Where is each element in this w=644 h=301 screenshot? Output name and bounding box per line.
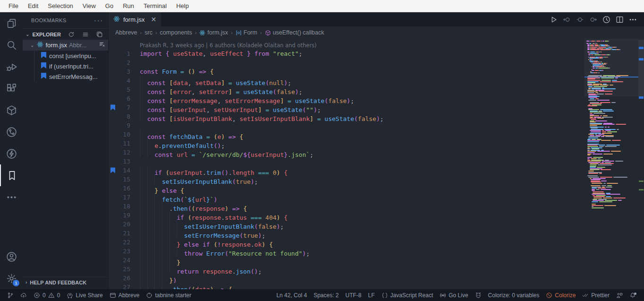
activitybar-more-ellipsis-icon[interactable] [0, 186, 23, 208]
breadcrumb-item[interactable]: components [160, 29, 192, 36]
status-indentation[interactable]: Spaces: 2 [310, 289, 342, 301]
breadcrumb-item[interactable]: src [144, 29, 153, 36]
overview-ruler-scrollbar[interactable] [638, 39, 644, 289]
line-number: 17 [117, 193, 130, 202]
status-workspace[interactable]: Abbreve [106, 289, 143, 301]
code-line[interactable]: 17fetch(`${url}`) [109, 193, 585, 202]
breadcrumb-item[interactable]: form.jsx [199, 29, 228, 36]
status-feedback[interactable] [613, 289, 626, 301]
code-line[interactable]: 23throw Error("Resource not found"); [109, 247, 585, 256]
activitybar-package-box-icon[interactable] [0, 99, 23, 121]
menu-terminal[interactable]: Terminal [139, 1, 171, 11]
code-line[interactable]: 22} else if (!response.ok) { [109, 238, 585, 247]
code-line[interactable]: 16} else { [109, 184, 585, 193]
code-line[interactable]: 3const Form = () => { [109, 67, 585, 76]
gutter [109, 148, 117, 157]
code-line[interactable]: 24} [109, 256, 585, 265]
code-line[interactable]: 15setIsUserInputBlank(true); [109, 175, 585, 184]
nav-circle-icon[interactable] [574, 14, 585, 25]
more-actions-icon[interactable] [627, 14, 638, 25]
activitybar-extensions-icon[interactable] [0, 77, 23, 99]
activitybar-explorer-files-icon[interactable] [0, 12, 23, 34]
code-line[interactable]: 18.then((response) => { [109, 202, 585, 211]
code-line[interactable]: 12const url = `/server/db/${userInput}.j… [109, 148, 585, 157]
minimap-viewport[interactable] [585, 39, 638, 96]
code-line[interactable]: 14if (userInput.trim().length === 0) { [109, 166, 585, 175]
run-play-icon[interactable] [548, 14, 559, 25]
line-number: 18 [117, 202, 130, 211]
menu-selection[interactable]: Selection [43, 1, 77, 11]
gutter [109, 139, 117, 148]
activitybar-settings-gear-icon[interactable]: 1 [0, 267, 23, 289]
bookmark-list-item[interactable]: const [userInpu... [34, 51, 108, 61]
menu-help[interactable]: Help [171, 1, 194, 11]
menu-file[interactable]: File [4, 1, 23, 11]
code-line[interactable]: 27.then((data) => { [109, 283, 585, 289]
breadcrumb-item[interactable]: Form [236, 29, 257, 36]
status-encoding[interactable]: UTF-8 [342, 289, 365, 301]
status-problems[interactable]: 00 [30, 289, 63, 301]
activitybar-run-debug-icon[interactable] [0, 56, 23, 77]
menu-go[interactable]: Go [101, 1, 118, 11]
menu-edit[interactable]: Edit [23, 1, 43, 11]
code-line[interactable]: 11e.preventDefault(); [109, 139, 585, 148]
react-file-icon [37, 41, 43, 49]
react-icon [199, 30, 205, 36]
status-git-branch[interactable] [4, 289, 17, 301]
list-flat-icon[interactable] [82, 31, 89, 38]
status-live-share[interactable]: Live Share [63, 289, 106, 301]
menu-view[interactable]: View [78, 1, 101, 11]
clear-all-bookmarks-icon[interactable] [99, 41, 105, 49]
explorer-section-header[interactable]: ⌄ EXPLORER [23, 28, 108, 40]
status-notifications[interactable] [626, 289, 639, 301]
collapse-all-icon[interactable] [96, 31, 103, 38]
breadcrumb-item[interactable]: useEffect() callback [265, 29, 324, 36]
activitybar-search-icon[interactable] [0, 34, 23, 56]
breadcrumb-item[interactable]: Abbreve [115, 29, 137, 36]
gutter [109, 238, 117, 247]
status-publish[interactable] [17, 289, 30, 301]
panel-more-icon[interactable]: ··· [94, 17, 103, 24]
nav-back-circle-icon[interactable] [561, 14, 572, 25]
history-circle-icon[interactable] [601, 14, 612, 25]
tab-form-jsx[interactable]: form.jsx ✕ [109, 12, 161, 26]
close-icon[interactable]: ✕ [151, 16, 157, 23]
overview-ruler-mark [639, 58, 644, 60]
chevron-down-icon: ⌄ [29, 43, 35, 48]
minimap[interactable] [585, 39, 638, 289]
activitybar-git-graph-circle-icon[interactable] [0, 121, 23, 143]
nav-forward-circle-icon[interactable] [587, 14, 599, 25]
code-line[interactable]: 2 [109, 58, 585, 67]
status-colorize[interactable]: Colorize [542, 289, 579, 301]
activitybar-lightning-circle-icon[interactable] [0, 143, 23, 164]
status-eol[interactable]: LF [365, 289, 378, 301]
status-tabnine[interactable]: tabnine starter [143, 289, 195, 301]
split-editor-icon[interactable] [614, 14, 625, 25]
code-line[interactable]: 25return response.json(); [109, 265, 585, 274]
status-go-live[interactable]: Go Live [436, 289, 471, 301]
code-line[interactable]: 20setIsUserInputBlank(false); [109, 220, 585, 229]
code-line[interactable]: 19if (response.status === 404) { [109, 211, 585, 220]
bookmark-list-item[interactable]: setErrorMessag... [34, 71, 108, 82]
code-line[interactable]: 1import { useState, useEffect } from "re… [109, 49, 585, 58]
code-line[interactable]: 21setErrorMessage(true); [109, 229, 585, 238]
code-editor[interactable]: Prakash R, 3 weeks ago | 6 authors (Kola… [109, 39, 585, 289]
code-line[interactable]: 4const [data, setData] = useState(null); [109, 76, 585, 85]
tree-item-form-jsx[interactable]: ⌄ form.jsx Abbr... [23, 40, 108, 51]
status-prettier[interactable]: Prettier [579, 289, 613, 301]
bookmark-list-item[interactable]: if (userInput.tri... [34, 61, 108, 71]
code-line[interactable]: 10const fetchData = (e) => { [109, 130, 585, 139]
activitybar-account-icon[interactable] [0, 246, 23, 267]
help-and-feedback-section[interactable]: › HELP AND FEEDBACK [23, 277, 108, 287]
status-cursor-position[interactable]: Ln 42, Col 4 [273, 289, 310, 301]
menu-run[interactable]: Run [118, 1, 139, 11]
status-copilot[interactable] [472, 289, 485, 301]
refresh-icon[interactable] [68, 31, 75, 38]
code-line[interactable]: 6const [errorMessage, setErrorMessage] =… [109, 94, 585, 103]
code-line[interactable]: 5const [error, setError] = useState(fals… [109, 85, 585, 94]
status-language-mode[interactable]: JavaScript React [378, 289, 437, 301]
status-colorize-variables[interactable]: Colorize: 0 variables [485, 289, 543, 301]
activitybar-bookmark-icon[interactable] [0, 164, 23, 186]
code-line[interactable]: 8const [isUserInputBlank, setIsUserInput… [109, 112, 585, 121]
codelens-authors[interactable]: Prakash R, 3 weeks ago | 6 authors (Kola… [109, 42, 585, 49]
